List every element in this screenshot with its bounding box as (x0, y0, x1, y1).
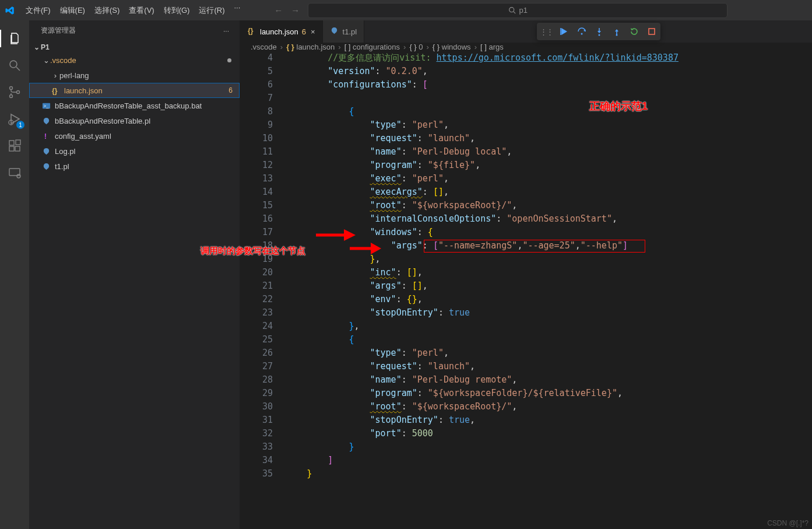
file-item[interactable]: !config_asst.yaml (29, 128, 240, 143)
extensions-icon (8, 139, 22, 153)
breadcrumb-segment[interactable]: { } 0 (409, 43, 423, 51)
activity-debug[interactable]: 1 (6, 110, 23, 128)
drag-grip-icon[interactable]: ⋮⋮ (540, 27, 553, 36)
vscode-logo-icon (5, 5, 15, 16)
tab-modified-badge: 6 (302, 27, 306, 36)
svg-point-13 (17, 174, 20, 178)
svg-point-22 (599, 34, 600, 36)
file-icon: {} (51, 86, 64, 95)
chevron-icon: ⌄ (42, 56, 50, 65)
file-item[interactable]: t1.pl (29, 159, 240, 174)
code-content[interactable]: //更多信息请访问visit: https://go.microsoft.com… (286, 51, 812, 529)
menu-file[interactable]: 文件(F) (21, 3, 55, 18)
menu-overflow[interactable]: ··· (229, 3, 245, 18)
debug-toolbar[interactable]: ⋮⋮ (537, 23, 660, 40)
workspace-name: P1 (41, 43, 50, 51)
editor-tab[interactable]: t1.pl (323, 20, 365, 43)
nav-back-icon[interactable]: ← (274, 5, 283, 15)
command-center[interactable]: p1 (308, 3, 727, 18)
file-name: t1.pl (55, 162, 69, 171)
file-item[interactable]: Log.pl (29, 143, 240, 159)
file-icon (42, 147, 55, 156)
file-name: bBackupAndRestoreTable.pl (55, 117, 150, 125)
debug-restart-button[interactable] (628, 25, 641, 38)
annotation-text-2: 调用时的参数写在这个节点 (201, 244, 305, 257)
search-icon (508, 6, 516, 14)
sidebar-header: 资源管理器 ··· (29, 20, 240, 41)
svg-rect-11 (16, 140, 20, 145)
svg-rect-25 (649, 29, 655, 34)
line-number-gutter: 4567891011121314151617181920212223242526… (240, 51, 286, 529)
breadcrumbs[interactable]: .vscode›{ } launch.json›[ ] configuratio… (240, 43, 812, 51)
file-item[interactable]: >_bBackupAndRestoreTable_asst_backup.bat (29, 98, 240, 113)
folder-item[interactable]: ›perl-lang (29, 68, 240, 83)
modified-dot-icon (227, 58, 231, 62)
debug-badge: 1 (16, 121, 24, 129)
debug-continue-button[interactable] (558, 25, 571, 38)
file-icon (330, 26, 339, 37)
editor-tab[interactable]: {}launch.json6× (240, 20, 323, 43)
menu-select[interactable]: 选择(S) (90, 3, 124, 18)
debug-step-into-button[interactable] (593, 25, 606, 38)
file-item[interactable]: bBackupAndRestoreTable.pl (29, 113, 240, 128)
search-icon (8, 58, 22, 72)
file-icon: ! (42, 132, 55, 141)
svg-point-6 (17, 91, 20, 94)
file-tree: ⌄.vscode›perl-lang{}launch.json6>_bBacku… (29, 52, 240, 174)
folder-name: .vscode (50, 56, 76, 65)
folder-name: perl-lang (59, 71, 89, 80)
menu-bar: 文件(F) 编辑(E) 选择(S) 查看(V) 转到(G) 运行(R) ··· (21, 3, 245, 18)
svg-line-1 (514, 12, 515, 13)
command-center-text: p1 (519, 6, 528, 15)
folder-item[interactable]: ⌄.vscode (29, 52, 240, 68)
svg-rect-8 (9, 141, 14, 145)
debug-step-over-button[interactable] (575, 25, 588, 38)
close-icon[interactable]: × (311, 27, 315, 36)
svg-point-0 (509, 8, 514, 12)
nav-history: ← → (274, 5, 300, 15)
debug-stop-button[interactable] (645, 25, 658, 38)
breadcrumb-segment[interactable]: [ ] args (480, 43, 504, 51)
svg-point-24 (616, 34, 618, 36)
svg-line-3 (16, 67, 20, 71)
explorer-root-header[interactable]: ⌄ P1 (29, 42, 240, 52)
file-icon (42, 117, 55, 125)
svg-rect-10 (15, 146, 20, 151)
activity-explorer[interactable] (6, 30, 23, 47)
activity-scm[interactable] (6, 83, 23, 101)
svg-point-20 (581, 33, 583, 35)
problems-badge: 6 (229, 86, 233, 94)
file-item[interactable]: {}launch.json6 (29, 83, 240, 98)
menu-view[interactable]: 查看(V) (124, 3, 159, 18)
svg-rect-9 (9, 146, 14, 151)
activity-search[interactable] (6, 57, 23, 74)
debug-step-out-button[interactable] (610, 25, 623, 38)
sidebar-explorer: 资源管理器 ··· ⌄ P1 ⌄.vscode›perl-lang{}launc… (29, 20, 240, 529)
nav-forward-icon[interactable]: → (291, 5, 300, 15)
file-name: launch.json (64, 86, 103, 95)
annotation-redbox (424, 240, 645, 253)
sidebar-actions-more[interactable]: ··· (223, 27, 229, 35)
chevron-icon: › (51, 71, 59, 80)
menu-goto[interactable]: 转到(G) (159, 3, 195, 18)
file-name: Log.pl (55, 147, 75, 156)
svg-point-5 (10, 95, 13, 98)
code-editor[interactable]: 4567891011121314151617181920212223242526… (240, 51, 812, 529)
file-icon: {} (247, 26, 256, 37)
breadcrumb-segment[interactable]: .vscode (251, 43, 277, 51)
activity-extensions[interactable] (6, 137, 23, 155)
activity-remote[interactable] (6, 164, 23, 181)
titlebar: 文件(F) 编辑(E) 选择(S) 查看(V) 转到(G) 运行(R) ··· … (0, 0, 812, 20)
tab-title: t1.pl (343, 27, 357, 36)
svg-rect-19 (560, 28, 561, 35)
svg-text:>_: >_ (44, 103, 49, 108)
editor-area: {}launch.json6×t1.pl ⋮⋮ .vscode›{ } laun… (240, 20, 812, 529)
breadcrumb-segment[interactable]: { } launch.json (286, 43, 335, 51)
svg-point-2 (10, 61, 17, 68)
breadcrumb-segment[interactable]: [ ] configurations (345, 43, 400, 51)
menu-run[interactable]: 运行(R) (194, 3, 229, 18)
file-name: bBackupAndRestoreTable_asst_backup.bat (55, 101, 202, 110)
chevron-down-icon: ⌄ (33, 43, 41, 51)
menu-edit[interactable]: 编辑(E) (55, 3, 90, 18)
breadcrumb-segment[interactable]: { } windows (433, 43, 471, 51)
